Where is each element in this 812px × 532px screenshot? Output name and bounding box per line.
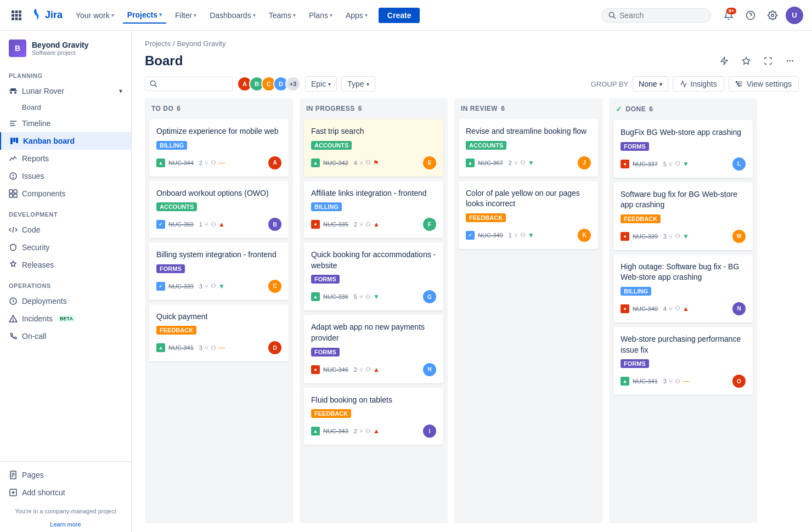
create-button[interactable]: Create	[379, 8, 420, 23]
sidebar-item-code[interactable]: Code	[0, 221, 131, 239]
notifications-button[interactable]: 9+	[720, 7, 737, 24]
group-by-dropdown[interactable]: None ▾	[633, 76, 668, 92]
card-avatar: D	[268, 341, 281, 354]
issue-type-icon: ●	[621, 160, 629, 168]
reports-label: Reports	[22, 154, 49, 163]
search-input[interactable]	[619, 11, 696, 20]
view-settings-button[interactable]: View settings	[729, 76, 799, 92]
avatar-more[interactable]: +3	[285, 76, 301, 92]
table-row[interactable]: Fast trip search ACCOUNTS ▲ NUC-342 4 ⑂ …	[304, 119, 443, 177]
table-row[interactable]: Software bug fix for BG Web-store app cr…	[613, 182, 753, 250]
more-options-button[interactable]	[781, 52, 799, 70]
card-meta: 3 ⑂ ⚇ ▼	[199, 282, 225, 290]
table-row[interactable]: Adapt web app no new payments provider F…	[304, 315, 443, 383]
issue-id: NUC-360	[168, 221, 194, 228]
sidebar-item-oncall[interactable]: On-call	[0, 327, 131, 345]
card-title: Fast trip search	[311, 126, 436, 137]
sidebar-item-incidents[interactable]: Incidents BETA	[0, 310, 131, 327]
done-check-icon: ✓	[616, 105, 623, 114]
learn-more-link[interactable]: Learn more	[0, 521, 131, 532]
breadcrumb-projects[interactable]: Projects	[145, 39, 171, 48]
code-label: Code	[22, 225, 40, 234]
type-filter[interactable]: Type ▾	[341, 76, 375, 92]
table-row[interactable]: Optimize experience for mobile web BILLI…	[149, 119, 289, 177]
sidebar-item-reports[interactable]: Reports	[0, 150, 131, 167]
column-done: ✓DONE6 BugFix BG Web-store app crashing …	[609, 98, 757, 523]
sidebar-item-issues[interactable]: Issues	[0, 167, 131, 185]
table-row[interactable]: Fluid booking on tablets FEEDBACK ▲ NUC-…	[304, 388, 443, 445]
board-search-input[interactable]	[160, 80, 225, 88]
settings-button[interactable]	[764, 7, 781, 24]
board-sublabel: Board	[22, 103, 41, 111]
card-label: BILLING	[621, 287, 651, 296]
table-row[interactable]: Web-store purchasing performance issue f…	[613, 327, 753, 395]
table-row[interactable]: Quick booking for accommodations - websi…	[304, 242, 443, 310]
user-avatar[interactable]: U	[786, 7, 803, 24]
insights-button[interactable]: Insights	[673, 76, 724, 92]
card-avatar: O	[732, 375, 746, 388]
card-meta: 2 ⑂ ⚇ ▲	[354, 366, 380, 373]
fullscreen-button[interactable]	[759, 52, 777, 70]
nav-item-dashboards[interactable]: Dashboards▾	[205, 8, 260, 23]
board-search[interactable]	[145, 77, 233, 91]
group-by-value: None	[639, 80, 657, 88]
nav-item-apps[interactable]: Apps▾	[341, 8, 372, 23]
nav-item-filter[interactable]: Filter▾	[171, 8, 201, 23]
sidebar-item-deployments[interactable]: Deployments	[0, 292, 131, 310]
help-button[interactable]	[742, 7, 759, 24]
sidebar-item-timeline[interactable]: Timeline	[0, 115, 131, 132]
sidebar-project[interactable]: B Beyond Gravity Software project	[0, 31, 131, 64]
column-title-inprogress: IN PROGRESS	[306, 105, 355, 112]
nav-item-teams[interactable]: Teams▾	[264, 8, 300, 23]
svg-rect-0	[12, 10, 14, 13]
priority-icon: ▼	[683, 160, 689, 168]
table-row[interactable]: Billing system integration - frontend FO…	[149, 242, 289, 300]
table-row[interactable]: Color of pale yellow on our pages looks …	[459, 181, 598, 249]
lightning-button[interactable]	[715, 52, 733, 70]
table-row[interactable]: Revise and streamline booking flow ACCOU…	[459, 119, 598, 177]
priority-icon: ▼	[528, 159, 534, 167]
card-label: FORMS	[311, 348, 340, 356]
table-row[interactable]: High outage: Software bug fix - BG Web-s…	[613, 254, 753, 322]
sidebar-item-pages[interactable]: Pages	[0, 466, 131, 484]
project-name: Beyond Gravity	[32, 41, 88, 49]
card-meta: 1 ⑂ ⚇ ▲	[199, 220, 225, 228]
issue-id: NUC-337	[633, 161, 658, 167]
jira-logo[interactable]: Jira	[29, 9, 63, 22]
view-settings-icon	[736, 80, 743, 88]
svg-rect-16	[10, 88, 16, 90]
nav-item-yourwork[interactable]: Your work▾	[71, 8, 119, 23]
board-toolbar: A B C D +3 Epic ▾ Type ▾ GROUP BY None ▾	[132, 76, 812, 98]
table-row[interactable]: Affiliate links integration - frontend B…	[304, 181, 443, 239]
star-button[interactable]	[737, 52, 755, 70]
card-title: Billing system integration - frontend	[156, 250, 281, 261]
svg-marker-41	[721, 57, 728, 64]
issue-id: NUC-342	[323, 160, 348, 166]
star-icon	[742, 56, 751, 65]
sidebar-item-kanban[interactable]: Kanban board	[0, 132, 131, 150]
epic-filter[interactable]: Epic ▾	[305, 76, 337, 92]
table-row[interactable]: Quick payment FEEDBACK ▲ NUC-341 3 ⑂ ⚇ —…	[149, 304, 289, 362]
column-cards-todo: Optimize experience for mobile web BILLI…	[145, 117, 293, 523]
sidebar-item-releases[interactable]: Releases	[0, 256, 131, 274]
search-box[interactable]	[601, 8, 711, 22]
table-row[interactable]: BugFix BG Web-store app crashing FORMS ●…	[613, 120, 753, 178]
sidebar-item-lunar-rover[interactable]: Lunar Rover ▾	[0, 82, 131, 100]
svg-point-45	[792, 60, 793, 62]
breadcrumb-project-name[interactable]: Beyond Gravity	[177, 39, 226, 48]
grid-menu-icon[interactable]	[9, 8, 24, 23]
incidents-icon	[9, 314, 18, 323]
issue-id: NUC-341	[633, 378, 658, 384]
nav-item-projects[interactable]: Projects▾	[123, 7, 166, 24]
svg-point-15	[14, 92, 16, 94]
oncall-icon	[9, 332, 18, 341]
more-options-icon	[786, 56, 794, 65]
nav-item-plans[interactable]: Plans▾	[304, 8, 337, 23]
sidebar-item-security[interactable]: Security	[0, 239, 131, 256]
table-row[interactable]: Onboard workout options (OWO) ACCOUNTS ✓…	[149, 181, 289, 239]
priority-icon: ⚑	[373, 159, 379, 167]
sidebar-item-components[interactable]: Components	[0, 185, 131, 202]
priority-icon: ▲	[373, 366, 380, 373]
sidebar-item-add-shortcut[interactable]: Add shortcut	[0, 484, 131, 501]
card-footer: ▲ NUC-343 2 ⑂ ⚇ ▲ I	[311, 425, 436, 438]
